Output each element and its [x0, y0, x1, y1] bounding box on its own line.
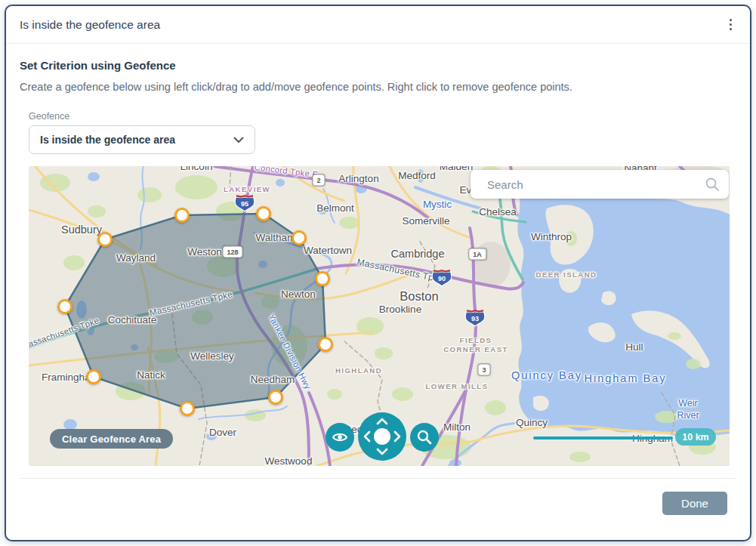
- toggle-geofence-visibility-button[interactable]: [326, 423, 354, 452]
- geofence-vertex[interactable]: [174, 208, 190, 223]
- map-scale-label: 10 km: [675, 428, 716, 446]
- search-icon: [705, 177, 720, 192]
- pan-arrows-icon: [357, 451, 407, 464]
- chevron-down-icon: [233, 137, 244, 143]
- geofence-select-value: Is inside the geofence area: [40, 134, 175, 146]
- geofence-vertex[interactable]: [315, 271, 330, 286]
- geofence-vertex[interactable]: [256, 206, 271, 221]
- clear-geofence-button[interactable]: Clear Geofence Area: [50, 429, 173, 449]
- section-description: Create a geofence below using left click…: [20, 81, 736, 93]
- map-scale-bar: [533, 436, 673, 440]
- eye-icon: [326, 443, 354, 454]
- geofence-select[interactable]: Is inside the geofence area: [29, 125, 255, 154]
- more-options-button[interactable]: [724, 14, 739, 35]
- search-input[interactable]: [486, 177, 705, 192]
- geofence-vertex[interactable]: [97, 232, 113, 247]
- geofence-vertex[interactable]: [318, 337, 333, 352]
- card-title: Is inside the geofence area: [20, 18, 160, 32]
- geofence-vertex[interactable]: [180, 401, 195, 416]
- geofence-vertex[interactable]: [86, 369, 101, 384]
- card-footer: Done: [20, 479, 736, 515]
- map-zoom-search-button[interactable]: [410, 423, 439, 452]
- done-button[interactable]: Done: [662, 492, 727, 515]
- magnifier-icon: [410, 443, 439, 454]
- card-header: Is inside the geofence area: [6, 6, 750, 44]
- geofence-field: Geofence Is inside the geofence area: [29, 111, 736, 154]
- geofence-field-label: Geofence: [29, 111, 736, 122]
- map-pan-control[interactable]: [357, 412, 407, 461]
- card-body: Set Criterion using Geofence Create a ge…: [6, 44, 750, 515]
- geofence-vertex[interactable]: [268, 390, 283, 405]
- geofence-vertex[interactable]: [292, 230, 307, 245]
- map-search-box[interactable]: [471, 170, 729, 199]
- geofence-criterion-card: Is inside the geofence area Set Criterio…: [5, 5, 751, 541]
- geofence-vertex[interactable]: [57, 299, 73, 314]
- geofence-map[interactable]: LincolnMaldenNahantSudburyWaylandWestonW…: [29, 166, 730, 466]
- section-title: Set Criterion using Geofence: [20, 59, 736, 72]
